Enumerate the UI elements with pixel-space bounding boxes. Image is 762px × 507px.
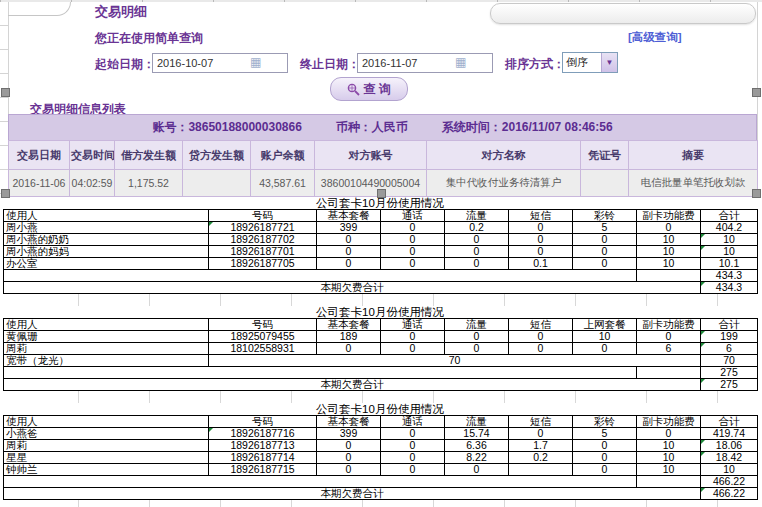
usage-user-cell[interactable]: 周小燕的奶奶	[4, 234, 209, 246]
usage-cell[interactable]: 0	[637, 331, 701, 343]
usage-total-label[interactable]: 本期欠费合计	[4, 282, 701, 294]
usage-total-value[interactable]: 466.22	[701, 488, 758, 500]
usage-cell[interactable]: 0.2	[445, 222, 509, 234]
usage-cell[interactable]: 0	[573, 234, 637, 246]
usage-user-cell[interactable]: 办公室	[4, 258, 209, 270]
usage-cell[interactable]: 5	[573, 222, 637, 234]
usage-cell[interactable]: 0	[445, 343, 509, 355]
usage-cell[interactable]: 10	[637, 258, 701, 270]
selection-handle[interactable]	[377, 189, 386, 198]
usage-user-cell[interactable]: 小燕爸	[4, 428, 209, 440]
usage-empty-cell[interactable]	[4, 367, 637, 379]
usage-phone-cell[interactable]: 18926187713	[209, 440, 317, 452]
usage-user-cell[interactable]: 周小燕的妈妈	[4, 246, 209, 258]
usage-cell[interactable]: 5	[573, 428, 637, 440]
usage-cell[interactable]: 18.42	[701, 452, 758, 464]
usage-cell[interactable]: 0	[381, 452, 445, 464]
excel-blank-row[interactable]	[8, 294, 757, 306]
usage-phone-cell[interactable]: 18102558931	[209, 343, 317, 355]
excel-blank-row[interactable]	[8, 500, 757, 507]
usage-cell[interactable]: 0	[317, 246, 381, 258]
usage-column-header[interactable]: 合计	[701, 210, 758, 222]
start-date-input[interactable]	[152, 53, 288, 73]
usage-column-header[interactable]: 使用人	[4, 416, 209, 428]
usage-cell[interactable]: 0	[381, 428, 445, 440]
usage-total-value[interactable]: 275	[701, 379, 758, 391]
usage-cell[interactable]: 419.74	[701, 428, 758, 440]
usage-column-header[interactable]: 短信	[509, 210, 573, 222]
tab-transaction-detail[interactable]: 交易明细	[95, 3, 147, 21]
usage-empty-cell[interactable]	[637, 367, 701, 379]
usage-column-header[interactable]: 短信	[509, 416, 573, 428]
excel-blank-row[interactable]	[8, 391, 757, 403]
usage-user-cell[interactable]: 钟帅兰	[4, 464, 209, 476]
usage-cell[interactable]: 10	[637, 246, 701, 258]
usage-column-header[interactable]: 流量	[445, 416, 509, 428]
usage-cell[interactable]: 0	[317, 440, 381, 452]
usage-column-header[interactable]: 彩铃	[573, 210, 637, 222]
usage-cell[interactable]: 6.36	[445, 440, 509, 452]
usage-cell[interactable]: 15.74	[445, 428, 509, 440]
usage-cell[interactable]	[509, 464, 573, 476]
usage-cell[interactable]: 199	[701, 331, 758, 343]
usage-cell[interactable]: 10.1	[701, 258, 758, 270]
usage-column-header[interactable]: 基本套餐	[317, 210, 381, 222]
usage-cell[interactable]: 0	[445, 331, 509, 343]
advanced-query-link[interactable]: [高级查询]	[628, 30, 682, 45]
usage-subtotal-value[interactable]: 466.22	[701, 476, 758, 488]
usage-cell[interactable]: 0	[637, 428, 701, 440]
calendar-icon[interactable]: ▦	[250, 56, 261, 68]
usage-cell[interactable]: 0	[509, 246, 573, 258]
usage-cell[interactable]: 0	[445, 464, 509, 476]
usage-column-header[interactable]: 号码	[209, 210, 317, 222]
usage-column-header[interactable]: 使用人	[4, 319, 209, 331]
usage-user-cell[interactable]: 星星	[4, 452, 209, 464]
usage-cell[interactable]: 0	[381, 246, 445, 258]
usage-column-header[interactable]: 通话	[381, 416, 445, 428]
usage-cell[interactable]: 0.2	[509, 452, 573, 464]
usage-cell[interactable]: 404.2	[701, 222, 758, 234]
usage-cell[interactable]: 0	[573, 440, 637, 452]
usage-cell[interactable]: 0	[381, 222, 445, 234]
usage-merged-cell[interactable]: 70	[209, 355, 701, 367]
usage-cell[interactable]: 10	[573, 331, 637, 343]
usage-cell[interactable]: 10	[637, 234, 701, 246]
usage-cell[interactable]: 0	[317, 258, 381, 270]
usage-cell[interactable]: 399	[317, 222, 381, 234]
usage-cell[interactable]: 6	[637, 343, 701, 355]
usage-column-header[interactable]: 副卡功能费	[637, 319, 701, 331]
usage-cell[interactable]: 0	[381, 331, 445, 343]
usage-cell[interactable]: 399	[317, 428, 381, 440]
usage-phone-cell[interactable]: 18926187701	[209, 246, 317, 258]
usage-cell[interactable]: 10	[637, 464, 701, 476]
usage-column-header[interactable]: 基本套餐	[317, 416, 381, 428]
usage-cell[interactable]: 0	[381, 258, 445, 270]
usage-column-header[interactable]: 彩铃	[573, 416, 637, 428]
usage-user-cell[interactable]: 黄佩珊	[4, 331, 209, 343]
usage-cell[interactable]: 189	[317, 331, 381, 343]
usage-phone-cell[interactable]: 18926187715	[209, 464, 317, 476]
usage-column-header[interactable]: 合计	[701, 319, 758, 331]
selection-handle[interactable]	[1, 88, 10, 97]
usage-cell[interactable]: 0	[445, 246, 509, 258]
usage-cell[interactable]: 0	[637, 222, 701, 234]
usage-cell[interactable]: 10	[637, 452, 701, 464]
usage-empty-cell[interactable]	[4, 476, 637, 488]
usage-cell[interactable]: 0	[573, 452, 637, 464]
usage-column-header[interactable]: 流量	[445, 319, 509, 331]
usage-subtotal-value[interactable]: 434.3	[701, 270, 758, 282]
usage-empty-cell[interactable]	[4, 270, 637, 282]
usage-cell[interactable]: 0	[509, 331, 573, 343]
usage-column-header[interactable]: 基本套餐	[317, 319, 381, 331]
usage-cell[interactable]: 10	[701, 246, 758, 258]
usage-column-header[interactable]: 短信	[509, 319, 573, 331]
usage-cell[interactable]: 0.1	[509, 258, 573, 270]
usage-column-header[interactable]: 合计	[701, 416, 758, 428]
usage-total-label[interactable]: 本期欠费合计	[4, 488, 701, 500]
usage-cell[interactable]: 0	[445, 234, 509, 246]
usage-column-header[interactable]: 上网套餐	[573, 319, 637, 331]
usage-column-header[interactable]: 流量	[445, 210, 509, 222]
usage-cell[interactable]: 0	[317, 343, 381, 355]
usage-cell[interactable]: 0	[509, 222, 573, 234]
selection-handle[interactable]	[752, 189, 761, 198]
